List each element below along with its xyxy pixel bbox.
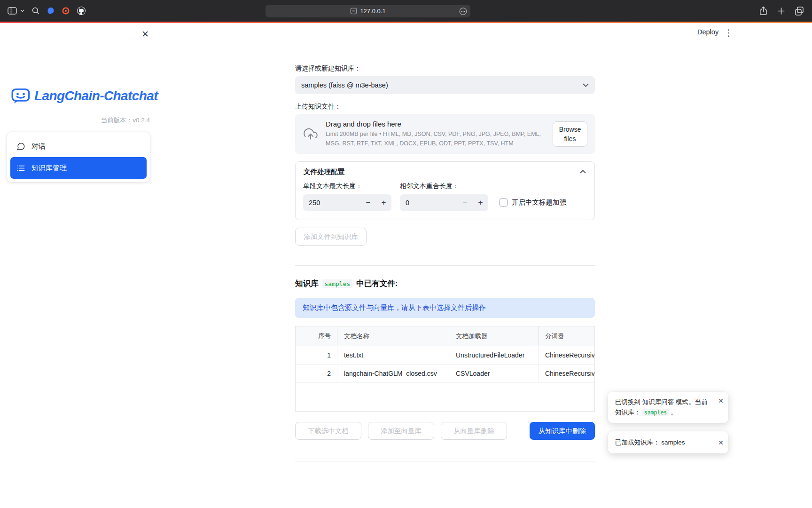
logo-icon	[11, 88, 30, 104]
upload-label: 上传知识文件：	[295, 103, 595, 111]
increment-button[interactable]: +	[376, 194, 391, 211]
divider	[295, 265, 595, 266]
expander-header[interactable]: 文件处理配置	[296, 162, 594, 182]
column-header-splitter[interactable]: 分词器	[538, 326, 595, 346]
chevron-down-icon[interactable]	[20, 9, 24, 12]
chevron-down-icon	[583, 83, 589, 87]
knowledge-base-icon	[16, 164, 25, 173]
page-settings-icon[interactable]	[459, 7, 467, 15]
app-version: 当前版本：v0.2.4	[101, 116, 150, 125]
sidebar-item-label: 对话	[31, 142, 46, 151]
url-text: 127.0.0.1	[360, 8, 385, 15]
tab-overview-icon[interactable]	[795, 7, 804, 16]
sidebar-item-label: 知识库管理	[31, 164, 67, 173]
toast-text: 已加载知识库： samples	[615, 437, 685, 448]
heading-suffix: 中已有文件:	[356, 278, 398, 289]
overlap-input[interactable]: 0 − +	[400, 194, 488, 211]
logo-text: LangChain-Chatchat	[34, 88, 158, 103]
chunk-size-label: 单段文本最大长度：	[303, 182, 391, 190]
table-cell-splitter[interactable]: ChineseRecursive	[538, 346, 595, 364]
file-config-expander: 文件处理配置 单段文本最大长度： 250 − + 相邻文本重合长度：	[295, 161, 595, 220]
info-banner: 知识库中包含源文件与向量库，请从下表中选择文件后操作	[295, 298, 595, 318]
kb-files-table: 序号 文档名称 文档加载器 分词器 1 test.txt Unstructure…	[295, 326, 595, 412]
table-actions: 下载选中文档 添加至向量库 从向量库删除 从知识库中删除	[295, 422, 595, 440]
github-icon[interactable]	[77, 7, 86, 15]
close-icon[interactable]: ✕	[718, 437, 724, 447]
sidebar-item-knowledge-base[interactable]: 知识库管理	[10, 157, 147, 179]
table-cell-docname[interactable]: langchain-ChatGLM_closed.csv	[337, 365, 449, 382]
share-icon[interactable]	[759, 6, 767, 16]
close-icon[interactable]: ✕	[718, 396, 724, 406]
table-row[interactable]: 2 langchain-ChatGLM_closed.csv CSVLoader…	[296, 365, 595, 383]
overlap-control: 相邻文本重合长度： 0 − +	[400, 182, 488, 211]
add-files-button[interactable]: 添加文件到知识库	[295, 228, 367, 246]
chunk-size-control: 单段文本最大长度： 250 − +	[303, 182, 391, 211]
deploy-button[interactable]: Deploy	[697, 28, 718, 36]
kb-files-heading: 知识库 samples 中已有文件:	[295, 278, 595, 289]
upload-cloud-icon	[303, 127, 319, 141]
site-icon	[350, 8, 357, 15]
kb-selectbox[interactable]: samples (faiss @ m3e-base)	[295, 76, 595, 94]
toast-text-suffix: 。	[671, 409, 677, 416]
download-selected-button[interactable]: 下载选中文档	[295, 422, 361, 440]
increment-button[interactable]: +	[473, 194, 488, 211]
table-row[interactable]: 1 test.txt UnstructuredFileLoader Chines…	[296, 346, 595, 365]
sidebar-item-dialogue[interactable]: 对话	[10, 135, 147, 157]
table-cell-splitter[interactable]: ChineseRecursive	[538, 365, 595, 382]
pinned-tab-icon-2[interactable]	[62, 7, 70, 15]
kb-name-code: samples	[322, 279, 353, 288]
checkbox-label: 开启中文标题加强	[512, 198, 566, 207]
toast-kb-loaded: 已加载知识库： samples ✕	[608, 431, 728, 453]
sidebar: ✕ LangChain-Chatchat 当前版本：v0.2.4 对话	[0, 23, 157, 508]
chunk-size-input[interactable]: 250 − +	[303, 194, 391, 211]
checkbox-unchecked-icon[interactable]	[500, 198, 508, 206]
column-header-docname[interactable]: 文档名称	[337, 326, 449, 346]
divider	[295, 461, 595, 461]
table-cell-loader[interactable]: CSVLoader	[449, 365, 538, 382]
new-tab-icon[interactable]	[778, 8, 785, 15]
streamlit-decoration-bar	[0, 22, 812, 23]
pinned-tab-icon-1[interactable]	[47, 7, 55, 15]
chat-bubble-icon	[16, 142, 25, 151]
chevron-up-icon	[580, 170, 586, 174]
add-to-vector-store-button[interactable]: 添加至向量库	[368, 422, 434, 440]
browse-files-button[interactable]: Browse files	[553, 121, 587, 147]
app-logo: LangChain-Chatchat	[11, 88, 158, 104]
toast-mode-switched: 已切换到 知识库问答 模式。当前知识库： samples 。 ✕	[608, 392, 728, 423]
column-header-loader[interactable]: 文档加载器	[449, 326, 538, 346]
main-content: 请选择或新建知识库： samples (faiss @ m3e-base) 上传…	[295, 23, 595, 461]
chunk-size-value[interactable]: 250	[303, 199, 360, 206]
table-cell-loader[interactable]: UnstructuredFileLoader	[449, 346, 538, 364]
browser-chrome: 127.0.0.1	[0, 0, 812, 22]
title-enhance-checkbox-row[interactable]: 开启中文标题加强	[500, 194, 566, 211]
file-dropzone[interactable]: Drag and drop files here Limit 200MB per…	[295, 114, 595, 154]
search-icon[interactable]	[32, 7, 39, 15]
dropzone-limit-text: Limit 200MB per file • HTML, MD, JSON, C…	[326, 130, 546, 148]
decrement-button[interactable]: −	[457, 194, 473, 211]
toast-kb-code: samples	[642, 409, 669, 416]
sidebar-close-icon[interactable]: ✕	[140, 28, 151, 40]
dropzone-title: Drag and drop files here	[326, 120, 546, 128]
overlap-label: 相邻文本重合长度：	[400, 182, 488, 190]
delete-from-vector-store-button[interactable]: 从向量库删除	[441, 422, 507, 440]
kb-select-label: 请选择或新建知识库：	[295, 64, 595, 73]
table-cell-index[interactable]: 1	[296, 346, 337, 364]
overlap-value[interactable]: 0	[400, 199, 457, 206]
url-bar[interactable]: 127.0.0.1	[265, 5, 470, 17]
table-header-row: 序号 文档名称 文档加载器 分词器	[296, 326, 595, 346]
delete-from-kb-button[interactable]: 从知识库中删除	[530, 422, 595, 440]
column-header-index[interactable]: 序号	[296, 326, 337, 346]
expander-title: 文件处理配置	[304, 167, 344, 176]
kb-selected-value: samples (faiss @ m3e-base)	[301, 81, 388, 89]
decrement-button[interactable]: −	[360, 194, 376, 211]
table-cell-docname[interactable]: test.txt	[337, 346, 449, 364]
table-cell-index[interactable]: 2	[296, 365, 337, 382]
title-enhance-control: 开启中文标题加强	[500, 182, 566, 211]
sidebar-menu: 对话 知识库管理	[7, 132, 150, 182]
heading-prefix: 知识库	[295, 278, 319, 289]
sidebar-toggle-icon[interactable]	[8, 7, 17, 15]
overflow-menu-icon[interactable]: ⋮	[724, 27, 734, 38]
